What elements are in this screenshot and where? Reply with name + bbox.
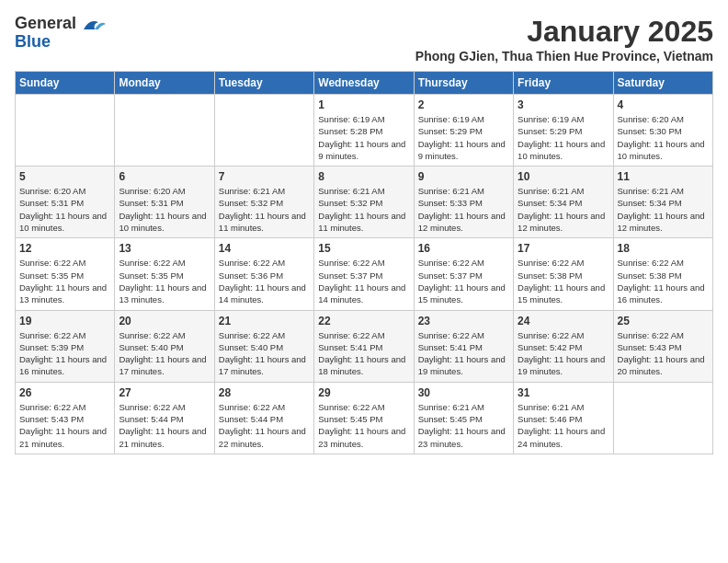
calendar-header-row: SundayMondayTuesdayWednesdayThursdayFrid… xyxy=(16,72,713,95)
calendar-cell: 16Sunrise: 6:22 AMSunset: 5:37 PMDayligh… xyxy=(414,238,513,310)
calendar-cell: 21Sunrise: 6:22 AMSunset: 5:40 PMDayligh… xyxy=(214,310,313,382)
calendar-cell: 20Sunrise: 6:22 AMSunset: 5:40 PMDayligh… xyxy=(115,310,214,382)
calendar-table: SundayMondayTuesdayWednesdayThursdayFrid… xyxy=(15,71,713,454)
calendar-cell: 9Sunrise: 6:21 AMSunset: 5:33 PMDaylight… xyxy=(414,167,513,238)
calendar-week-4: 19Sunrise: 6:22 AMSunset: 5:39 PMDayligh… xyxy=(16,310,713,382)
day-info: Sunrise: 6:19 AMSunset: 5:28 PMDaylight:… xyxy=(318,113,409,162)
day-info: Sunrise: 6:22 AMSunset: 5:45 PMDaylight:… xyxy=(318,401,409,450)
calendar-cell: 14Sunrise: 6:22 AMSunset: 5:36 PMDayligh… xyxy=(214,238,313,310)
day-number: 13 xyxy=(119,242,210,255)
day-info: Sunrise: 6:21 AMSunset: 5:32 PMDaylight:… xyxy=(318,185,409,234)
day-info: Sunrise: 6:21 AMSunset: 5:32 PMDaylight:… xyxy=(219,185,310,234)
logo-bird-icon xyxy=(80,17,106,40)
day-number: 2 xyxy=(418,98,509,111)
day-info: Sunrise: 6:21 AMSunset: 5:33 PMDaylight:… xyxy=(418,185,509,234)
day-number: 19 xyxy=(19,315,110,327)
day-number: 29 xyxy=(318,386,409,399)
day-number: 30 xyxy=(418,386,509,399)
calendar-cell: 1Sunrise: 6:19 AMSunset: 5:28 PMDaylight… xyxy=(314,95,414,167)
day-number: 4 xyxy=(618,98,709,111)
calendar-cell: 5Sunrise: 6:20 AMSunset: 5:31 PMDaylight… xyxy=(16,167,115,238)
day-info: Sunrise: 6:22 AMSunset: 5:38 PMDaylight:… xyxy=(518,257,609,305)
calendar-week-3: 12Sunrise: 6:22 AMSunset: 5:35 PMDayligh… xyxy=(16,238,713,310)
weekday-header-monday: Monday xyxy=(115,72,214,95)
day-number: 8 xyxy=(318,170,409,183)
day-info: Sunrise: 6:19 AMSunset: 5:29 PMDaylight:… xyxy=(418,113,509,162)
day-number: 15 xyxy=(318,242,409,255)
logo: General Blue xyxy=(15,15,106,52)
day-number: 24 xyxy=(518,315,609,327)
calendar-cell: 4Sunrise: 6:20 AMSunset: 5:30 PMDaylight… xyxy=(613,95,712,167)
day-info: Sunrise: 6:21 AMSunset: 5:34 PMDaylight:… xyxy=(618,185,709,234)
logo-blue: Blue xyxy=(15,32,51,51)
day-number: 20 xyxy=(119,315,210,327)
calendar-cell: 17Sunrise: 6:22 AMSunset: 5:38 PMDayligh… xyxy=(514,238,613,310)
day-number: 31 xyxy=(518,386,609,399)
day-number: 14 xyxy=(219,242,310,255)
calendar-cell: 6Sunrise: 6:20 AMSunset: 5:31 PMDaylight… xyxy=(115,167,214,238)
day-number: 21 xyxy=(219,315,310,327)
day-info: Sunrise: 6:22 AMSunset: 5:37 PMDaylight:… xyxy=(318,257,409,305)
calendar-cell: 15Sunrise: 6:22 AMSunset: 5:37 PMDayligh… xyxy=(314,238,414,310)
day-info: Sunrise: 6:22 AMSunset: 5:38 PMDaylight:… xyxy=(618,257,709,305)
calendar-cell xyxy=(214,95,313,167)
day-info: Sunrise: 6:22 AMSunset: 5:35 PMDaylight:… xyxy=(19,257,110,305)
calendar-cell: 24Sunrise: 6:22 AMSunset: 5:42 PMDayligh… xyxy=(514,310,613,382)
day-number: 23 xyxy=(418,315,509,327)
calendar-cell: 18Sunrise: 6:22 AMSunset: 5:38 PMDayligh… xyxy=(613,238,712,310)
calendar-cell xyxy=(613,382,712,454)
day-info: Sunrise: 6:22 AMSunset: 5:43 PMDaylight:… xyxy=(618,329,709,378)
calendar-cell: 31Sunrise: 6:21 AMSunset: 5:46 PMDayligh… xyxy=(514,382,613,454)
day-info: Sunrise: 6:20 AMSunset: 5:30 PMDaylight:… xyxy=(618,113,709,162)
page-header: General Blue January 2025 Phong GJien, T… xyxy=(15,15,713,63)
logo-general: General xyxy=(15,14,76,32)
calendar-week-1: 1Sunrise: 6:19 AMSunset: 5:28 PMDaylight… xyxy=(16,95,713,167)
day-info: Sunrise: 6:22 AMSunset: 5:36 PMDaylight:… xyxy=(219,257,310,305)
calendar-cell: 26Sunrise: 6:22 AMSunset: 5:43 PMDayligh… xyxy=(16,382,115,454)
day-number: 10 xyxy=(518,170,609,183)
day-info: Sunrise: 6:22 AMSunset: 5:40 PMDaylight:… xyxy=(219,329,310,378)
day-number: 1 xyxy=(318,98,409,111)
location-subtitle: Phong GJien, Thua Thien Hue Province, Vi… xyxy=(415,49,713,63)
day-info: Sunrise: 6:21 AMSunset: 5:45 PMDaylight:… xyxy=(418,401,509,450)
day-info: Sunrise: 6:22 AMSunset: 5:44 PMDaylight:… xyxy=(119,401,210,450)
calendar-week-5: 26Sunrise: 6:22 AMSunset: 5:43 PMDayligh… xyxy=(16,382,713,454)
calendar-cell: 28Sunrise: 6:22 AMSunset: 5:44 PMDayligh… xyxy=(214,382,313,454)
day-number: 3 xyxy=(518,98,609,111)
day-info: Sunrise: 6:19 AMSunset: 5:29 PMDaylight:… xyxy=(518,113,609,162)
title-block: January 2025 Phong GJien, Thua Thien Hue… xyxy=(415,15,713,63)
day-number: 17 xyxy=(518,242,609,255)
calendar-cell: 3Sunrise: 6:19 AMSunset: 5:29 PMDaylight… xyxy=(514,95,613,167)
logo-text: General Blue xyxy=(15,15,76,52)
weekday-header-saturday: Saturday xyxy=(613,72,712,95)
weekday-header-sunday: Sunday xyxy=(16,72,115,95)
calendar-cell: 29Sunrise: 6:22 AMSunset: 5:45 PMDayligh… xyxy=(314,382,414,454)
day-number: 25 xyxy=(618,315,709,327)
calendar-cell: 30Sunrise: 6:21 AMSunset: 5:45 PMDayligh… xyxy=(414,382,513,454)
day-number: 18 xyxy=(618,242,709,255)
day-number: 28 xyxy=(219,386,310,399)
day-info: Sunrise: 6:20 AMSunset: 5:31 PMDaylight:… xyxy=(119,185,210,234)
day-info: Sunrise: 6:22 AMSunset: 5:41 PMDaylight:… xyxy=(318,329,409,378)
day-number: 16 xyxy=(418,242,509,255)
day-number: 6 xyxy=(119,170,210,183)
day-info: Sunrise: 6:20 AMSunset: 5:31 PMDaylight:… xyxy=(19,185,110,234)
day-number: 22 xyxy=(318,315,409,327)
day-number: 9 xyxy=(418,170,509,183)
day-info: Sunrise: 6:22 AMSunset: 5:39 PMDaylight:… xyxy=(19,329,110,378)
day-info: Sunrise: 6:21 AMSunset: 5:46 PMDaylight:… xyxy=(518,401,609,450)
day-number: 7 xyxy=(219,170,310,183)
day-number: 26 xyxy=(19,386,110,399)
weekday-header-friday: Friday xyxy=(514,72,613,95)
weekday-header-thursday: Thursday xyxy=(414,72,513,95)
calendar-cell: 13Sunrise: 6:22 AMSunset: 5:35 PMDayligh… xyxy=(115,238,214,310)
day-number: 5 xyxy=(19,170,110,183)
calendar-cell: 22Sunrise: 6:22 AMSunset: 5:41 PMDayligh… xyxy=(314,310,414,382)
day-number: 27 xyxy=(119,386,210,399)
day-info: Sunrise: 6:22 AMSunset: 5:42 PMDaylight:… xyxy=(518,329,609,378)
day-info: Sunrise: 6:22 AMSunset: 5:40 PMDaylight:… xyxy=(119,329,210,378)
day-number: 12 xyxy=(19,242,110,255)
calendar-cell: 2Sunrise: 6:19 AMSunset: 5:29 PMDaylight… xyxy=(414,95,513,167)
month-title: January 2025 xyxy=(415,15,713,49)
calendar-cell: 11Sunrise: 6:21 AMSunset: 5:34 PMDayligh… xyxy=(613,167,712,238)
